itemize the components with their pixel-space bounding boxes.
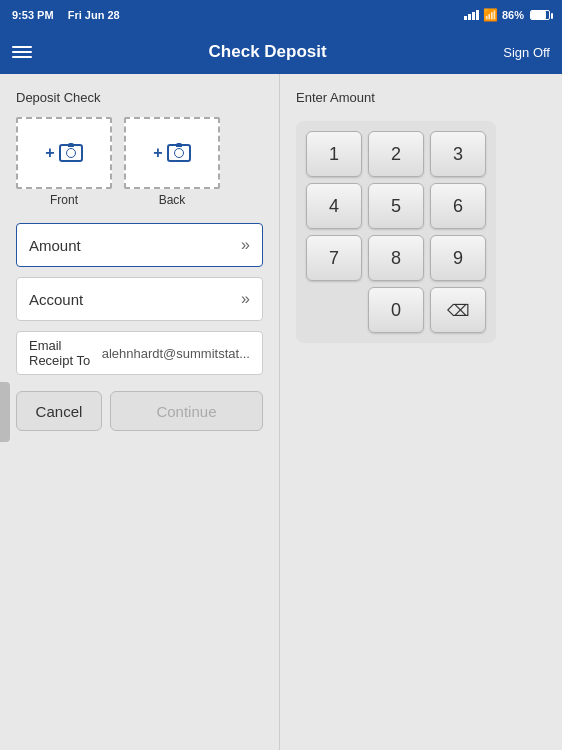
status-bar: 9:53 PM Fri Jun 28 📶 86% xyxy=(0,0,562,30)
hamburger-menu-button[interactable] xyxy=(12,46,32,58)
numpad-key-7[interactable]: 7 xyxy=(306,235,362,281)
front-label: Front xyxy=(50,193,78,207)
right-panel: Enter Amount 1234567890⌫ xyxy=(280,74,562,750)
page-title: Check Deposit xyxy=(209,42,327,62)
backspace-icon: ⌫ xyxy=(447,301,470,320)
back-add-icon: + xyxy=(153,144,190,162)
numpad-key-8[interactable]: 8 xyxy=(368,235,424,281)
numpad-key-3[interactable]: 3 xyxy=(430,131,486,177)
battery-percentage: 86% xyxy=(502,9,524,21)
numpad-key-5[interactable]: 5 xyxy=(368,183,424,229)
backspace-key[interactable]: ⌫ xyxy=(430,287,486,333)
nav-bar: Check Deposit Sign Off xyxy=(0,30,562,74)
email-receipt-field[interactable]: Email Receipt To alehnhardt@summitstat..… xyxy=(16,331,263,375)
numpad-grid: 1234567890⌫ xyxy=(306,131,486,333)
front-add-icon: + xyxy=(45,144,82,162)
camera-icon-back xyxy=(167,144,191,162)
enter-amount-title: Enter Amount xyxy=(296,90,546,105)
numpad-key-1[interactable]: 1 xyxy=(306,131,362,177)
email-prefix: Email Receipt To xyxy=(29,338,98,368)
camera-icon-front xyxy=(59,144,83,162)
battery-icon xyxy=(530,10,550,20)
front-check-image[interactable]: + xyxy=(16,117,112,189)
wifi-icon: 📶 xyxy=(483,8,498,22)
numpad-key-9[interactable]: 9 xyxy=(430,235,486,281)
numpad-key-0[interactable]: 0 xyxy=(368,287,424,333)
deposit-check-title: Deposit Check xyxy=(16,90,263,105)
numpad-key-6[interactable]: 6 xyxy=(430,183,486,229)
account-label: Account xyxy=(29,291,83,308)
plus-icon-back: + xyxy=(153,144,162,162)
numpad-key-4[interactable]: 4 xyxy=(306,183,362,229)
time-display: 9:53 PM xyxy=(12,9,54,21)
action-buttons-row: Cancel Continue xyxy=(16,391,263,431)
continue-button[interactable]: Continue xyxy=(110,391,263,431)
amount-field[interactable]: Amount » xyxy=(16,223,263,267)
plus-icon-front: + xyxy=(45,144,54,162)
numpad: 1234567890⌫ xyxy=(296,121,496,343)
cancel-button[interactable]: Cancel xyxy=(16,391,102,431)
numpad-key-2[interactable]: 2 xyxy=(368,131,424,177)
edge-handle xyxy=(0,382,10,442)
amount-arrow-icon: » xyxy=(241,236,250,254)
email-value: alehnhardt@summitstat... xyxy=(102,346,250,361)
amount-label: Amount xyxy=(29,237,81,254)
back-check-box: + Back xyxy=(124,117,220,207)
back-check-image[interactable]: + xyxy=(124,117,220,189)
date-display: Fri Jun 28 xyxy=(68,9,120,21)
account-arrow-icon: » xyxy=(241,290,250,308)
front-check-box: + Front xyxy=(16,117,112,207)
check-images-row: + Front + Back xyxy=(16,117,263,207)
status-left: 9:53 PM Fri Jun 28 xyxy=(12,9,120,21)
back-label: Back xyxy=(159,193,186,207)
status-right: 📶 86% xyxy=(464,8,550,22)
main-content: Deposit Check + Front + Ba xyxy=(0,74,562,750)
signal-icon xyxy=(464,10,479,20)
left-panel: Deposit Check + Front + Ba xyxy=(0,74,280,750)
numpad-empty xyxy=(306,287,362,333)
sign-off-button[interactable]: Sign Off xyxy=(503,45,550,60)
account-field[interactable]: Account » xyxy=(16,277,263,321)
